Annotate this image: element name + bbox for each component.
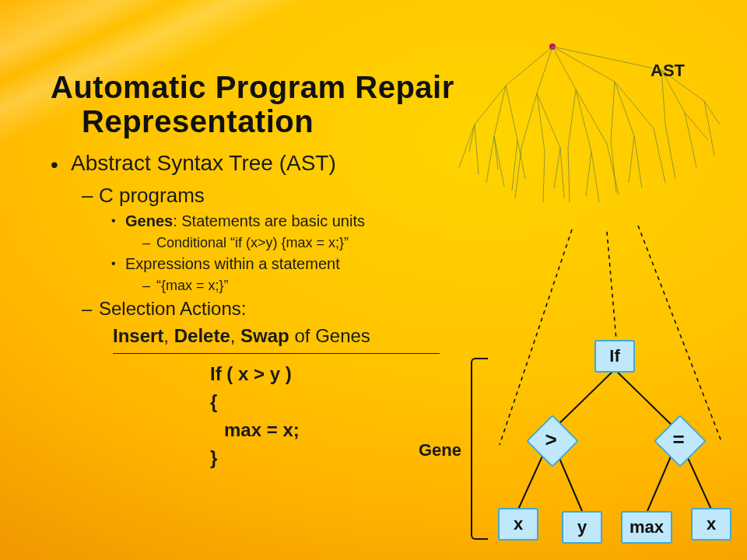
bullet-selection-actions: Selection Actions: <box>82 296 471 323</box>
node-y: y <box>562 511 602 544</box>
node-x2: x <box>691 508 731 541</box>
slide-title: Automatic Program Repair Representation <box>51 70 455 138</box>
title-line-1: Automatic Program Repair <box>51 70 454 104</box>
content-area: Abstract Syntax Tree (AST) C programs Ge… <box>51 148 471 472</box>
svg-line-2 <box>607 232 616 340</box>
bullet-expressions: Expressions within a statement <box>111 253 471 275</box>
node-assign: = <box>655 416 702 463</box>
bullet-ast: Abstract Syntax Tree (AST) <box>51 148 471 181</box>
bullet-conditional: Conditional “if (x>y) {max = x;}” <box>142 233 471 253</box>
ast-illustration <box>444 16 724 218</box>
code-line-2: { <box>210 388 471 416</box>
node-gt: > <box>528 416 574 463</box>
divider-line <box>113 353 440 354</box>
code-line-1: If ( x > y ) <box>210 360 471 388</box>
ast-label: AST <box>651 61 685 81</box>
title-line-2: Representation <box>51 104 455 138</box>
bullet-max-expr: “{max = x;}” <box>142 275 471 296</box>
node-x1: x <box>498 508 538 541</box>
node-if: If <box>594 340 635 373</box>
node-max: max <box>621 511 672 544</box>
actions-line: Insert, Delete, Swap of Genes <box>113 323 471 350</box>
gene-label: Gene <box>419 440 461 460</box>
slide: Automatic Program Repair Representation … <box>0 0 747 560</box>
bullet-c-programs: C programs <box>82 181 471 211</box>
bullet-genes: Genes: Statements are basic units <box>111 210 471 233</box>
gene-bracket <box>471 358 488 540</box>
gene-tree: If > = x y max x <box>498 338 731 544</box>
